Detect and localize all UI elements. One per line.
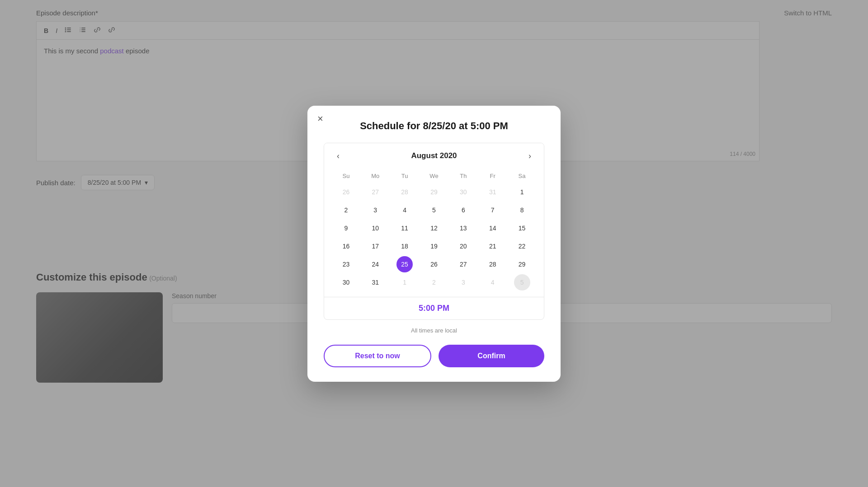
calendar-day[interactable]: 3 <box>367 202 383 218</box>
calendar-day[interactable]: 25 <box>396 256 413 272</box>
calendar-day[interactable]: 23 <box>338 256 354 272</box>
calendar-day[interactable]: 31 <box>485 184 501 200</box>
calendar-day[interactable]: 2 <box>426 274 442 290</box>
calendar-day[interactable]: 5 <box>514 274 530 290</box>
calendar-day[interactable]: 1 <box>396 274 413 290</box>
calendar-day[interactable]: 4 <box>396 202 413 218</box>
calendar-day-header: We <box>420 169 449 183</box>
calendar-day[interactable]: 30 <box>338 274 354 290</box>
calendar-day[interactable]: 26 <box>338 184 354 200</box>
calendar-month-year: August 2020 <box>411 151 457 160</box>
calendar-day[interactable]: 10 <box>367 220 383 236</box>
calendar-day[interactable]: 28 <box>396 184 413 200</box>
calendar-day[interactable]: 9 <box>338 220 354 236</box>
calendar-day-header: Fr <box>478 169 507 183</box>
modal-actions: Reset to now Confirm <box>324 345 544 367</box>
calendar-day[interactable]: 31 <box>367 274 383 290</box>
reset-to-now-button[interactable]: Reset to now <box>324 345 431 367</box>
calendar-day[interactable]: 12 <box>426 220 442 236</box>
calendar-day[interactable]: 26 <box>426 256 442 272</box>
calendar-day[interactable]: 27 <box>455 256 472 272</box>
calendar-day[interactable]: 18 <box>396 238 413 254</box>
calendar-day-header: Th <box>448 169 478 183</box>
calendar-day[interactable]: 28 <box>485 256 501 272</box>
close-icon: × <box>317 113 323 124</box>
calendar-day[interactable]: 13 <box>455 220 472 236</box>
calendar-day[interactable]: 15 <box>514 220 530 236</box>
reset-button-label: Reset to now <box>355 352 400 360</box>
calendar-day[interactable]: 8 <box>514 202 530 218</box>
confirm-button[interactable]: Confirm <box>439 345 544 367</box>
confirm-button-label: Confirm <box>477 352 505 360</box>
calendar-day[interactable]: 30 <box>455 184 472 200</box>
calendar-day[interactable]: 27 <box>367 184 383 200</box>
modal-title: Schedule for 8/25/20 at 5:00 PM <box>324 120 544 132</box>
calendar-day-header: Sa <box>507 169 537 183</box>
calendar-day[interactable]: 20 <box>455 238 472 254</box>
calendar-day[interactable]: 24 <box>367 256 383 272</box>
calendar-day-header: Mo <box>361 169 390 183</box>
chevron-left-icon: ‹ <box>337 151 340 160</box>
calendar-day[interactable]: 5 <box>426 202 442 218</box>
calendar-day[interactable]: 29 <box>426 184 442 200</box>
time-display: 5:00 PM <box>324 297 544 319</box>
calendar-day[interactable]: 4 <box>485 274 501 290</box>
calendar-day[interactable]: 17 <box>367 238 383 254</box>
calendar-day[interactable]: 7 <box>485 202 501 218</box>
modal-overlay: × Schedule for 8/25/20 at 5:00 PM ‹ Augu… <box>0 0 868 487</box>
calendar-day-header: Tu <box>390 169 420 183</box>
calendar: ‹ August 2020 › SuMoTuWeThFrSa2627282930… <box>324 143 544 320</box>
calendar-day[interactable]: 6 <box>455 202 472 218</box>
calendar-day-header: Su <box>331 169 361 183</box>
local-time-note: All times are local <box>324 327 544 334</box>
calendar-day[interactable]: 2 <box>338 202 354 218</box>
modal-close-button[interactable]: × <box>317 114 323 124</box>
time-value[interactable]: 5:00 PM <box>419 304 449 313</box>
calendar-grid: SuMoTuWeThFrSa26272829303112345678910111… <box>324 169 544 297</box>
calendar-day[interactable]: 19 <box>426 238 442 254</box>
calendar-day[interactable]: 11 <box>396 220 413 236</box>
next-month-button[interactable]: › <box>525 150 535 163</box>
prev-month-button[interactable]: ‹ <box>333 150 343 163</box>
calendar-day[interactable]: 3 <box>455 274 472 290</box>
calendar-day[interactable]: 14 <box>485 220 501 236</box>
calendar-day[interactable]: 29 <box>514 256 530 272</box>
schedule-modal: × Schedule for 8/25/20 at 5:00 PM ‹ Augu… <box>307 106 561 382</box>
calendar-day[interactable]: 21 <box>485 238 501 254</box>
calendar-header: ‹ August 2020 › <box>324 143 544 169</box>
chevron-right-icon: › <box>528 151 531 160</box>
calendar-day[interactable]: 16 <box>338 238 354 254</box>
calendar-day[interactable]: 1 <box>514 184 530 200</box>
calendar-day[interactable]: 22 <box>514 238 530 254</box>
